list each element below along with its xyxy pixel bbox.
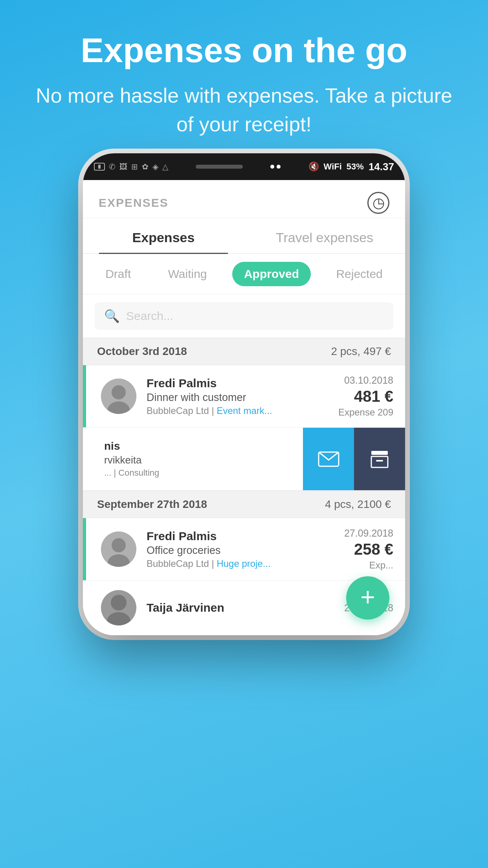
group-date-2: September 27th 2018 bbox=[97, 498, 207, 511]
expense-category-3[interactable]: Huge proje... bbox=[216, 558, 270, 569]
group-total-2: 4 pcs, 2100 € bbox=[325, 498, 391, 511]
expense-date-3: 27.09.2018 bbox=[344, 528, 393, 539]
subtab-rejected[interactable]: Rejected bbox=[324, 262, 394, 286]
svg-rect-5 bbox=[371, 456, 388, 467]
tab-expenses[interactable]: Expenses bbox=[83, 218, 244, 253]
sub-tabs: Draft Waiting Approved Rejected bbox=[83, 254, 405, 294]
wifi-icon: WiFi bbox=[324, 162, 342, 172]
status-bar: ✆ 🖼 ⊞ ✿ ◈ △ 🔇 WiFi 53% 14.37 bbox=[83, 153, 405, 180]
email-action-button[interactable] bbox=[303, 428, 354, 490]
expense-person-3: Fredi Palmis bbox=[147, 530, 344, 543]
expense-desc-3: Office groceries bbox=[147, 544, 344, 557]
expense-partial-category[interactable]: Consulting bbox=[118, 468, 159, 478]
expense-info-4: Taija Järvinen bbox=[147, 601, 344, 614]
avatar-3 bbox=[101, 531, 136, 567]
battery-percent: 53% bbox=[347, 162, 364, 172]
group-total-1: 2 pcs, 497 € bbox=[331, 345, 391, 358]
group-date-1: October 3rd 2018 bbox=[97, 345, 187, 358]
group-header-oct3: October 3rd 2018 2 pcs, 497 € bbox=[83, 338, 405, 365]
page-subtitle: No more hassle with expenses. Take a pic… bbox=[31, 81, 457, 139]
search-icon: 🔍 bbox=[104, 309, 120, 324]
approved-bar-3 bbox=[83, 518, 86, 580]
svg-rect-4 bbox=[371, 451, 388, 455]
phone-mockup: ✆ 🖼 ⊞ ✿ ◈ △ 🔇 WiFi 53% 14.37 EXPENSES bbox=[83, 153, 405, 635]
expense-person-1: Fredi Palmis bbox=[147, 377, 338, 390]
expense-desc-1: Dinner with customer bbox=[147, 392, 338, 404]
expense-partial-meta: ... | Consulting bbox=[104, 468, 330, 478]
history-button[interactable] bbox=[367, 192, 389, 214]
svg-rect-6 bbox=[376, 460, 383, 462]
expense-item-2[interactable]: nis rvikkeita ... | Consulting 03.10.201… bbox=[83, 428, 405, 491]
app-title: EXPENSES bbox=[99, 196, 169, 210]
expense-meta-3: BubbleCap Ltd | Huge proje... bbox=[147, 558, 344, 569]
search-bar[interactable]: 🔍 Search... bbox=[95, 302, 393, 330]
expense-item-3[interactable]: Fredi Palmis Office groceries BubbleCap … bbox=[83, 518, 405, 581]
expense-info-1: Fredi Palmis Dinner with customer Bubble… bbox=[147, 377, 338, 416]
page-title: Expenses on the go bbox=[31, 31, 457, 70]
expense-id-3: Exp... bbox=[344, 560, 393, 571]
avatar-1 bbox=[101, 379, 136, 414]
swipe-actions bbox=[303, 428, 405, 490]
expense-partial-name: nis bbox=[104, 440, 330, 452]
svg-point-8 bbox=[112, 538, 126, 552]
page-background: Expenses on the go No more hassle with e… bbox=[0, 0, 488, 154]
expense-right-1: 03.10.2018 481 € Expense 209 bbox=[338, 375, 393, 418]
expense-person-4: Taija Järvinen bbox=[147, 601, 344, 614]
svg-point-11 bbox=[111, 595, 127, 611]
status-right: 🔇 WiFi 53% 14.37 bbox=[308, 161, 394, 173]
camera-dots bbox=[270, 165, 281, 169]
page-header: Expenses on the go No more hassle with e… bbox=[0, 0, 488, 154]
search-input[interactable]: Search... bbox=[126, 309, 384, 323]
expense-date-1: 03.10.2018 bbox=[338, 375, 393, 386]
expense-id-1: Expense 209 bbox=[338, 407, 393, 418]
app-header: EXPENSES bbox=[83, 180, 405, 218]
main-tabs: Expenses Travel expenses bbox=[83, 218, 405, 254]
expense-amount-1: 481 € bbox=[338, 388, 393, 405]
group-header-sep27: September 27th 2018 4 pcs, 2100 € bbox=[83, 491, 405, 518]
fab-plus-icon: + bbox=[360, 585, 375, 610]
expense-meta-1: BubbleCap Ltd | Event mark... bbox=[147, 405, 338, 416]
approved-bar-1 bbox=[83, 365, 86, 427]
subtab-approved[interactable]: Approved bbox=[232, 262, 311, 286]
expense-category-1[interactable]: Event mark... bbox=[216, 405, 272, 416]
mute-icon: 🔇 bbox=[308, 162, 319, 172]
archive-action-button[interactable] bbox=[354, 428, 405, 490]
expense-right-3: 27.09.2018 258 € Exp... bbox=[344, 528, 393, 571]
expense-amount-3: 258 € bbox=[344, 541, 393, 558]
subtab-draft[interactable]: Draft bbox=[94, 262, 143, 286]
expense-info-3: Fredi Palmis Office groceries BubbleCap … bbox=[147, 530, 344, 569]
time-display: 14.37 bbox=[369, 161, 394, 173]
avatar-4 bbox=[101, 590, 136, 625]
notification-icons: ✆ 🖼 ⊞ ✿ ◈ △ bbox=[94, 162, 168, 171]
tab-travel-expenses[interactable]: Travel expenses bbox=[244, 218, 405, 253]
expense-item-1[interactable]: Fredi Palmis Dinner with customer Bubble… bbox=[83, 365, 405, 428]
speaker-bar bbox=[196, 165, 243, 169]
fab-add-button[interactable]: + bbox=[346, 576, 389, 620]
svg-point-1 bbox=[112, 385, 126, 399]
subtab-waiting[interactable]: Waiting bbox=[156, 262, 219, 286]
expense-partial-desc: rvikkeita bbox=[104, 454, 330, 466]
